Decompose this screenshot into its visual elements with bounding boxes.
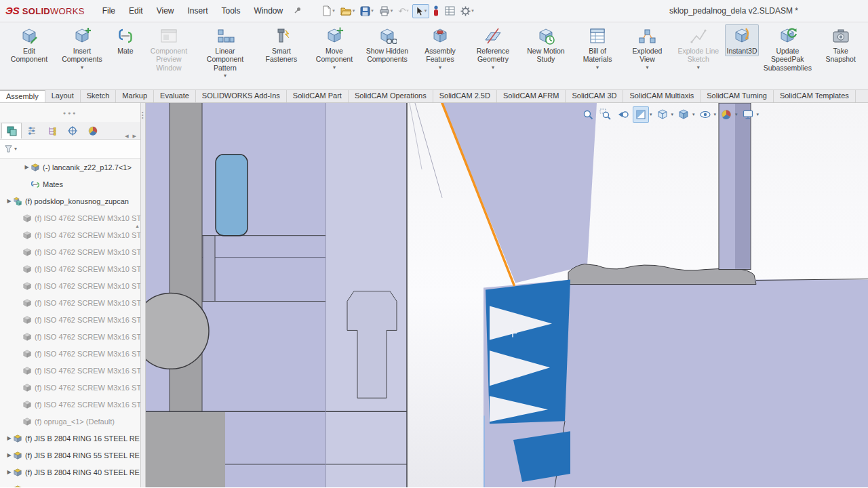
edit-appearance-button[interactable] — [718, 106, 734, 123]
menu-tools[interactable]: Tools — [215, 3, 248, 18]
take-snapshot-button[interactable]: Take Snapshot — [816, 24, 865, 65]
pin-menu-icon[interactable] — [294, 6, 302, 16]
mate-button[interactable]: Mate — [108, 24, 142, 56]
tree-item[interactable]: ▶(f) JIS B 2804 RING 16 STEEL RE — [0, 430, 140, 447]
tab-solidcam-3d[interactable]: SolidCAM 3D — [566, 90, 623, 102]
filter-caret-icon[interactable]: ▾ — [14, 146, 17, 152]
tree-item[interactable]: ▶(f) JIS B 2804 RING 55 STEEL RE — [0, 447, 140, 464]
select-tool-button[interactable]: ▾ — [412, 4, 430, 18]
dropdown-caret-icon[interactable]: ▾ — [650, 112, 652, 117]
hide-show-items-button[interactable] — [697, 106, 713, 123]
tree-item[interactable]: (f) ISO 4762 SCREW M3x10 STE — [0, 243, 140, 260]
dropdown-caret-icon[interactable]: ▾ — [439, 64, 441, 70]
3d-model-canvas[interactable] — [146, 103, 868, 487]
linear-component-pattern-button[interactable]: Linear Component Pattern ▾ — [195, 24, 255, 81]
previous-view-button[interactable] — [615, 106, 631, 123]
tab-evaluate[interactable]: Evaluate — [154, 90, 196, 102]
tree-item[interactable]: (f) ISO 4762 SCREW M3x16 STE — [0, 362, 140, 379]
tab-sketch[interactable]: Sketch — [81, 90, 117, 102]
tree-item[interactable]: (f) ISO 4762 SCREW M3x10 STE — [0, 277, 140, 294]
display-style-button[interactable] — [675, 106, 692, 123]
panel-divider[interactable]: ••• — [141, 103, 146, 487]
tab-markup[interactable]: Markup — [116, 90, 154, 102]
tree-item[interactable]: ▶ — [0, 481, 140, 487]
tree-item[interactable]: (f) ISO 4762 SCREW M3x10 STE — [0, 226, 140, 243]
tab-assembly[interactable]: Assembly — [0, 90, 45, 102]
expand-arrow-icon[interactable]: ▶ — [5, 435, 13, 441]
expand-arrow-icon[interactable]: ▶ — [5, 469, 13, 475]
edit-component-button[interactable]: Edit Component — [3, 24, 56, 65]
print-button[interactable]: ▾ — [377, 5, 395, 18]
instant3d-button[interactable]: Instant3D — [725, 24, 760, 56]
tree-item[interactable]: (f) ISO 4762 SCREW M3x16 STE — [0, 328, 140, 345]
open-button[interactable]: ▾ — [338, 5, 357, 17]
expand-arrow-icon[interactable]: ▶ — [5, 452, 13, 458]
tab-solidcam-templates[interactable]: SolidCAM Templates — [774, 90, 856, 102]
menu-file[interactable]: File — [96, 3, 122, 18]
expand-arrow-icon[interactable]: ▶ — [23, 164, 31, 170]
tree-scroll-up-arrow[interactable]: ▲ — [135, 224, 140, 228]
tree-item[interactable]: ▶(-) lancanik_z22_p12.7<1> — [0, 159, 140, 176]
dropdown-caret-icon[interactable]: ▾ — [333, 64, 336, 70]
tree-item[interactable]: (f) opruga_<1> (Default) — [0, 413, 140, 430]
menu-insert[interactable]: Insert — [180, 3, 214, 18]
show-hidden-components-button[interactable]: Show Hidden Components — [361, 24, 414, 65]
tree-item[interactable]: (f) ISO 4762 SCREW M3x10 STE — [0, 209, 140, 226]
zoom-to-area-button[interactable] — [597, 106, 614, 123]
tab-solidcam-turning[interactable]: SolidCAM Turning — [701, 90, 774, 102]
bill-of-materials-button[interactable]: Bill of Materials ▾ — [572, 24, 623, 72]
dropdown-caret-icon[interactable]: ▾ — [697, 64, 700, 70]
insert-components-button[interactable]: Insert Components ▾ — [56, 24, 108, 72]
dropdown-caret-icon[interactable]: ▾ — [671, 112, 674, 117]
explode-line-sketch-button[interactable]: Explode Line Sketch ▾ — [672, 24, 725, 72]
tab-solidcam-multiaxis[interactable]: SolidCAM Multiaxis — [623, 90, 701, 102]
dropdown-caret-icon[interactable]: ▾ — [596, 64, 599, 70]
tab-solidcam-25d[interactable]: SolidCAM 2.5D — [433, 90, 497, 102]
zoom-to-fit-button[interactable] — [580, 106, 596, 123]
tree-item[interactable]: (f) ISO 4762 SCREW M3x10 STE — [0, 260, 140, 277]
property-manager-tab[interactable] — [22, 123, 42, 139]
tree-item[interactable]: ▶(f) podsklop_konusnog_zupcan — [0, 192, 140, 209]
highlighted-pin-section[interactable] — [216, 155, 248, 236]
menu-window[interactable]: Window — [248, 3, 290, 18]
component-preview-window-button[interactable]: Component Preview Window — [142, 24, 195, 73]
assembly-features-button[interactable]: Assembly Features ▾ — [414, 24, 467, 72]
dropdown-caret-icon[interactable]: ▾ — [692, 112, 695, 117]
seat-column[interactable] — [719, 103, 751, 270]
selected-gear-section[interactable] — [486, 280, 570, 424]
selected-gear-lower-section[interactable] — [513, 431, 570, 482]
expand-arrow-icon[interactable]: ▶ — [5, 198, 13, 204]
tab-solidcam-part[interactable]: SolidCAM Part — [287, 90, 349, 102]
section-view-button[interactable] — [633, 106, 649, 123]
tree-item[interactable]: (f) ISO 4762 SCREW M3x16 STE — [0, 311, 140, 328]
tree-item[interactable]: Mates — [0, 176, 140, 192]
graphics-area[interactable]: ▾ ▾ ▾ ▾ ▾ ▾ — [146, 103, 868, 487]
options-button[interactable]: ▾ — [458, 5, 476, 18]
update-speedpak-subassemblies-button[interactable]: Update SpeedPak Subassemblies — [759, 24, 816, 73]
move-component-button[interactable]: Move Component ▾ — [308, 24, 361, 72]
configuration-manager-tab[interactable] — [42, 123, 62, 139]
dropdown-caret-icon[interactable]: ▾ — [757, 112, 760, 117]
tree-item[interactable]: ▶(f) JIS B 2804 RING 40 STEEL RE — [0, 464, 140, 481]
save-button[interactable]: ▾ — [358, 5, 376, 18]
view-orientation-button[interactable] — [654, 106, 671, 123]
dropdown-caret-icon[interactable]: ▾ — [81, 64, 83, 70]
tree-filter-row[interactable]: ▾ — [0, 140, 140, 159]
feature-manager-tab[interactable] — [1, 123, 22, 139]
dropdown-caret-icon[interactable]: ▾ — [492, 64, 494, 70]
new-motion-study-button[interactable]: New Motion Study — [519, 24, 572, 65]
dropdown-caret-icon[interactable]: ▾ — [224, 73, 226, 79]
dropdown-caret-icon[interactable]: ▾ — [714, 112, 717, 117]
tree-item[interactable]: (f) ISO 4762 SCREW M3x16 STE — [0, 345, 140, 362]
menu-view[interactable]: View — [150, 3, 181, 18]
task-pane-button[interactable] — [443, 5, 457, 17]
solidworks-resources-button[interactable] — [431, 4, 441, 18]
tree-item[interactable]: (f) ISO 4762 SCREW M3x10 STE — [0, 294, 140, 311]
expand-arrow-icon[interactable]: ▶ — [5, 486, 13, 487]
undo-button[interactable]: ↶ ▾ — [396, 5, 410, 18]
panel-splitter-handle[interactable]: ●●● — [0, 103, 140, 122]
tab-solidworks-addins[interactable]: SOLIDWORKS Add-Ins — [196, 90, 287, 102]
tree-item[interactable]: (f) ISO 4762 SCREW M3x16 STE — [0, 379, 140, 396]
panel-tab-scroll-arrows[interactable]: ◀ ▶ — [125, 134, 140, 139]
exploded-view-button[interactable]: Exploded View ▾ — [623, 24, 672, 72]
